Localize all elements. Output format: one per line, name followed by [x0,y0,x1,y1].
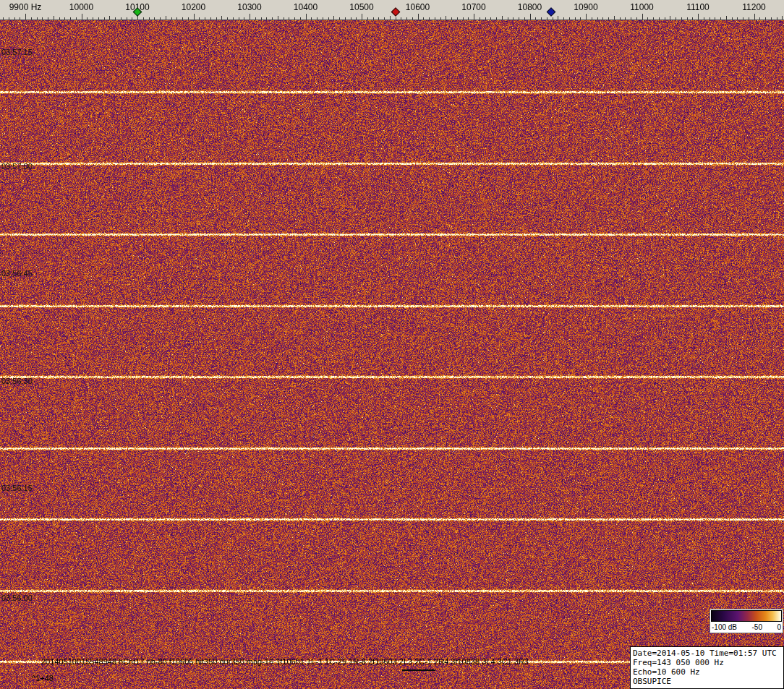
ruler-tick [676,17,676,20]
ruler-tick [284,17,284,20]
info-line: OBSUPICE [633,677,781,686]
ruler-tick [351,17,351,20]
ruler-tick [636,17,637,20]
ruler-tick [647,17,648,20]
ruler-tick [620,17,621,20]
freq-label: 11100 [686,2,710,12]
ruler-tick [508,17,508,20]
ruler-tick [333,16,334,20]
ruler-tick [418,14,419,20]
ruler-tick [480,17,480,20]
ruler-tick [720,17,721,20]
ruler-tick [127,17,127,20]
marker-blue-diamond-icon[interactable] [547,7,556,17]
ruler-tick [553,17,553,20]
ruler-tick [592,17,592,20]
ruler-tick [20,17,20,20]
info-line: Echo=10 600 Hz [633,667,781,677]
ruler-tick [104,17,105,20]
ruler-tick [423,17,424,20]
freq-label: 10400 [294,2,318,12]
ruler-tick [765,17,766,20]
ruler-tick [115,17,116,20]
waterfall-display[interactable] [0,20,784,689]
ruler-tick [412,17,413,20]
ruler-tick [182,17,183,20]
ruler-tick [278,16,278,20]
ruler-tick [687,17,688,20]
ruler-tick [541,17,542,20]
ruler-tick [535,17,536,20]
ruler-tick [390,16,391,20]
ruler-tick [98,17,99,20]
ruler-tick [653,17,654,20]
ruler-tick [440,17,441,20]
ruler-tick [31,17,32,20]
ruler-tick [317,17,318,20]
ruler-tick [70,17,71,20]
ruler-tick [289,17,289,20]
ruler-tick [759,17,760,20]
ruler-tick [25,14,26,20]
ruler-tick [743,17,743,20]
ruler-tick [109,16,110,20]
ruler-tick [194,14,195,20]
ruler-tick [597,17,598,20]
ruler-tick [710,17,710,20]
ruler-tick [121,17,122,20]
ruler-tick [502,16,503,20]
ruler-tick [777,17,777,20]
colormap-labels: -100 dB-500 [711,622,782,632]
ruler-tick [76,17,77,20]
ruler-tick [384,17,385,20]
freq-label: 10500 [349,2,373,12]
ruler-tick [513,17,514,20]
ruler-tick [586,14,587,20]
ruler-tick [160,17,161,20]
ruler-tick [233,17,234,20]
ruler-tick [715,17,715,20]
freq-label: 9900 Hz [9,2,42,12]
ruler-tick [396,17,396,20]
ruler-tick [166,16,166,20]
ruler-tick [64,17,65,20]
ruler-tick [558,16,558,20]
ruler-tick [670,16,670,20]
ruler-tick [294,17,295,20]
ruler-tick [737,17,738,20]
ruler-tick [42,17,43,20]
ruler-tick [373,17,374,20]
freq-label: 11000 [630,2,653,12]
ruler-tick [547,17,547,20]
ruler-tick [311,17,312,20]
ruler-tick [37,17,38,20]
legend-label: -100 dB [712,623,737,632]
ruler-tick [602,17,603,20]
ruler-tick [210,17,211,20]
observation-info-box: Date=2014-05-10 Time=01:57 UTCFreq=143 0… [630,646,784,689]
ruler-tick [188,17,189,20]
ruler-tick [272,17,273,20]
ruler-tick [496,17,497,20]
ruler-tick [176,17,177,20]
ruler-tick [580,17,581,20]
frequency-ruler[interactable]: 9900 Hz100001010010200103001040010500106… [0,0,784,20]
ruler-tick [132,17,132,20]
ruler-tick [625,17,626,20]
ruler-tick [261,17,262,20]
ruler-tick [692,17,693,20]
ruler-tick [642,14,643,20]
colormap-gradient-bar [711,610,782,622]
ruler-tick [749,17,749,20]
info-line: Date=2014-05-10 Time=01:57 UTC [633,649,781,658]
freq-label: 10000 [69,2,93,12]
ruler-tick [406,17,407,20]
ruler-tick [9,17,9,20]
marker-red-diamond-icon[interactable] [391,7,400,17]
ruler-tick [463,17,464,20]
ruler-tick [659,17,660,20]
ruler-tick [726,16,727,20]
ruler-tick [48,17,48,20]
ruler-tick [266,17,267,20]
freq-label: 10300 [237,2,261,12]
